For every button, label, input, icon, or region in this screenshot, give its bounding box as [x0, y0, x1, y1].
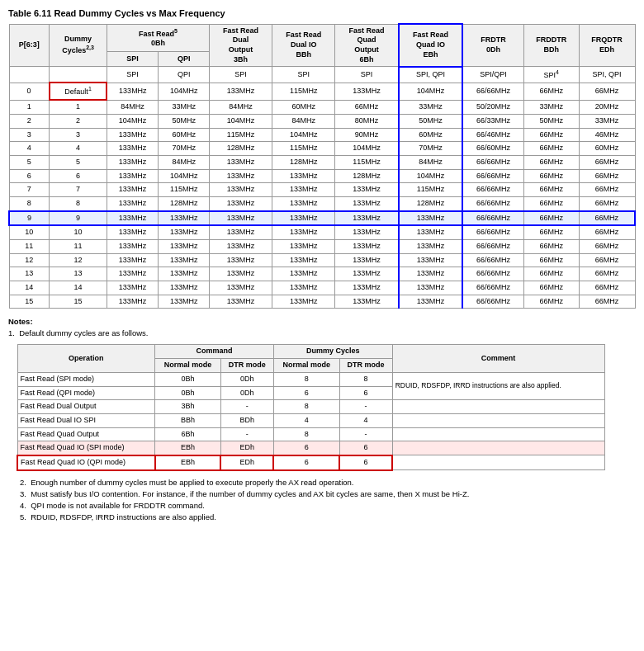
table-cell: 66MHz: [579, 295, 635, 309]
table-cell: 133MHz: [272, 295, 335, 309]
table-cell: 133MHz: [210, 196, 272, 210]
table-cell: 20MHz: [579, 100, 635, 114]
header-frqdtr-edh: FRQDTREDh: [579, 24, 635, 67]
table-cell: 50MHz: [523, 114, 579, 128]
table-cell: 66MHz: [523, 128, 579, 142]
table-row: 1010133MHz133MHz133MHz133MHz133MHz133MHz…: [9, 225, 635, 239]
table-cell: Default1: [50, 83, 107, 100]
sub-table-row: Fast Read Quad IO (SPI mode)EBhEDh66: [17, 441, 604, 455]
table-cell: 66/66MHz: [462, 211, 523, 226]
sub-cmd-normal-cell: BBh: [155, 413, 221, 427]
subheader-spi2: SPI: [210, 67, 272, 83]
table-cell: 133MHz: [399, 211, 463, 226]
table-cell: 133MHz: [399, 225, 463, 239]
table-cell: 84MHz: [107, 100, 158, 114]
sub-table-row: Fast Read Dual Output3Bh-8-: [17, 400, 604, 414]
subheader-spiqpi2: SPI/QPI: [462, 67, 523, 83]
table-cell: 133MHz: [107, 183, 158, 197]
sub-op-cell: Fast Read Dual IO SPI: [17, 413, 155, 427]
table-cell: 133MHz: [159, 267, 210, 281]
sub-cmd-normal-cell: EBh: [155, 441, 221, 455]
table-cell: 115MHz: [272, 83, 335, 100]
table-cell: 66/66MHz: [462, 267, 523, 281]
table-cell: 133MHz: [272, 225, 335, 239]
table-cell: 4: [50, 142, 107, 156]
table-cell: 70MHz: [399, 142, 463, 156]
table-cell: 133MHz: [399, 295, 463, 309]
sub-dummy-normal-cell: 6: [273, 386, 339, 400]
table-cell: 11: [50, 240, 107, 254]
table-cell: 66MHz: [579, 281, 635, 295]
sub-table-row: Fast Read Dual IO SPIBBhBDh44: [17, 413, 604, 427]
table-cell: 4: [9, 142, 50, 156]
table-cell: 133MHz: [335, 253, 399, 267]
table-cell: 9: [50, 211, 107, 226]
table-cell: 133MHz: [210, 295, 272, 309]
table-cell: 0: [9, 83, 50, 100]
table-cell: 66MHz: [523, 196, 579, 210]
table-cell: 9: [9, 211, 50, 226]
table-cell: 84MHz: [399, 155, 463, 169]
table-cell: 46MHz: [579, 128, 635, 142]
table-cell: 60MHz: [399, 128, 463, 142]
table-cell: 66MHz: [579, 211, 635, 226]
table-cell: 115MHz: [399, 183, 463, 197]
table-cell: 133MHz: [107, 155, 158, 169]
table-cell: 133MHz: [210, 253, 272, 267]
table-cell: 66MHz: [523, 211, 579, 226]
table-cell: 66MHz: [579, 196, 635, 210]
table-cell: 133MHz: [272, 183, 335, 197]
table-cell: 133MHz: [159, 253, 210, 267]
sub-header-dummy-normal: Normal mode: [273, 359, 339, 373]
sub-dummy-dtr-cell: -: [339, 400, 392, 414]
table-cell: 66/46MHz: [462, 128, 523, 142]
table-row: 1111133MHz133MHz133MHz133MHz133MHz133MHz…: [9, 240, 635, 254]
page-title: Table 6.11 Read Dummy Cycles vs Max Freq…: [8, 8, 636, 18]
table-row: 0Default1133MHz104MHz133MHz115MHz133MHz1…: [9, 83, 635, 100]
table-cell: 133MHz: [272, 281, 335, 295]
sub-header-dummy: Dummy Cycles: [273, 345, 392, 359]
table-cell: 133MHz: [107, 240, 158, 254]
sub-cmd-dtr-cell: EDh: [220, 455, 273, 470]
subheader-spi3: SPI: [272, 67, 335, 83]
table-cell: 133MHz: [272, 240, 335, 254]
table-cell: 12: [9, 253, 50, 267]
table-row: 44133MHz70MHz128MHz115MHz104MHz70MHz66/6…: [9, 142, 635, 156]
note4: 4. QPI mode is not available for FRDDTR …: [20, 501, 636, 510]
table-cell: 133MHz: [335, 83, 399, 100]
main-table: P[6:3] DummyCycles2,3 Fast Read50Bh Fast…: [8, 23, 636, 309]
table-cell: 13: [9, 267, 50, 281]
table-cell: 133MHz: [159, 211, 210, 226]
table-cell: 66MHz: [523, 169, 579, 183]
sub-cmd-normal-cell: EBh: [155, 455, 221, 470]
table-cell: 133MHz: [210, 225, 272, 239]
sub-comment-cell: [392, 455, 604, 470]
sub-op-cell: Fast Read Quad IO (QPI mode): [17, 455, 155, 470]
table-cell: 128MHz: [210, 142, 272, 156]
table-cell: 33MHz: [579, 114, 635, 128]
table-cell: 50MHz: [399, 114, 463, 128]
table-cell: 66/66MHz: [462, 295, 523, 309]
table-cell: 104MHz: [399, 169, 463, 183]
table-cell: 66MHz: [335, 100, 399, 114]
table-cell: 15: [50, 295, 107, 309]
table-cell: 66/66MHz: [462, 225, 523, 239]
notes-title: Notes:: [8, 317, 636, 326]
sub-dummy-normal-cell: 6: [273, 455, 339, 470]
table-cell: 133MHz: [272, 211, 335, 226]
table-cell: 133MHz: [210, 169, 272, 183]
header-frdtr-0dh: FRDTR0Dh: [462, 24, 523, 67]
table-cell: 133MHz: [272, 253, 335, 267]
table-cell: 133MHz: [335, 196, 399, 210]
sub-cmd-normal-cell: 3Bh: [155, 400, 221, 414]
table-cell: 84MHz: [272, 114, 335, 128]
table-cell: 133MHz: [210, 240, 272, 254]
sub-cmd-dtr-cell: -: [220, 427, 273, 441]
table-cell: 133MHz: [210, 281, 272, 295]
table-cell: 133MHz: [107, 83, 158, 100]
table-cell: 133MHz: [399, 267, 463, 281]
table-row: 66133MHz104MHz133MHz133MHz128MHz104MHz66…: [9, 169, 635, 183]
table-cell: 66/66MHz: [462, 281, 523, 295]
sub-dummy-dtr-cell: 6: [339, 386, 392, 400]
sub-dummy-normal-cell: 8: [273, 372, 339, 386]
